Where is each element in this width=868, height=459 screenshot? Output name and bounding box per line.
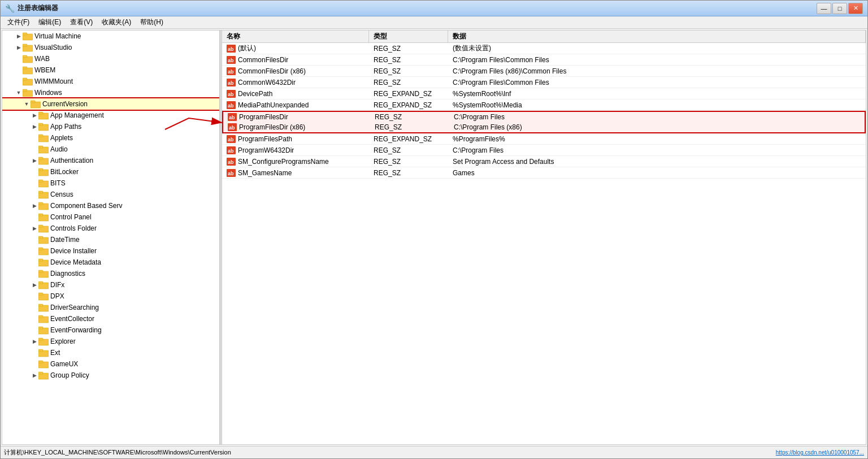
- tree-item-authentication[interactable]: ▶ Authentication: [2, 155, 219, 166]
- table-row-commonfilesdir-x86[interactable]: ab CommonFilesDir (x86)REG_SZC:\Program …: [222, 66, 866, 77]
- expand-arrow-cbs[interactable]: ▶: [31, 203, 38, 209]
- folder-icon-controls-folder: [38, 224, 49, 233]
- folder-icon-wab: [23, 54, 33, 63]
- expand-arrow-virtual-machine[interactable]: ▶: [15, 33, 23, 39]
- menu-edit[interactable]: 编辑(E): [34, 16, 66, 28]
- tree-item-eventforwarding[interactable]: EventForwarding: [2, 324, 219, 336]
- expand-arrow-visualstudio[interactable]: ▶: [15, 45, 23, 50]
- tree-item-cbs[interactable]: ▶ Component Based Serv: [2, 200, 219, 211]
- cell-name-programw6432dir: ab ProgramW6432Dir: [222, 145, 369, 155]
- folder-icon-visualstudio: [23, 43, 33, 52]
- table-row-programfilesdir[interactable]: ab ProgramFilesDirREG_SZC:\Program Files: [222, 111, 866, 122]
- table-row-sm-gamesname[interactable]: ab SM_GamesNameREG_SZGames: [222, 167, 866, 179]
- cell-data-programw6432dir: C:\Program Files: [448, 145, 866, 155]
- tree-item-ext[interactable]: Ext: [2, 347, 219, 358]
- tree-label-app-paths: App Paths: [50, 123, 81, 131]
- cell-name-sm-gamesname: ab SM_GamesName: [222, 167, 369, 178]
- expand-arrow-group-policy[interactable]: ▶: [31, 373, 38, 378]
- minimize-button[interactable]: —: [817, 3, 831, 14]
- close-button[interactable]: ✕: [848, 3, 863, 14]
- tree-label-controls-folder: Controls Folder: [50, 224, 97, 232]
- expand-arrow-controls-folder[interactable]: ▶: [31, 226, 38, 231]
- tree-label-bits: BITS: [50, 179, 66, 187]
- menu-bar: 文件(F) 编辑(E) 查看(V) 收藏夹(A) 帮助(H): [1, 16, 867, 29]
- expand-arrow-explorer[interactable]: ▶: [31, 339, 38, 344]
- tree-item-applets[interactable]: Applets: [2, 132, 219, 144]
- svg-rect-15: [38, 112, 43, 114]
- svg-rect-5: [23, 55, 27, 58]
- tree-item-dpx[interactable]: DPX: [2, 291, 219, 302]
- tree-item-datetime[interactable]: DateTime: [2, 234, 219, 245]
- tree-item-currentversion[interactable]: ▼ CurrentVersion: [2, 98, 219, 110]
- expand-arrow-currentversion[interactable]: ▼: [23, 101, 31, 107]
- table-row-commonfilesdir[interactable]: ab CommonFilesDirREG_SZC:\Program Files\…: [222, 54, 866, 66]
- cell-type-commonfilesdir-x86: REG_SZ: [369, 66, 448, 76]
- tree-item-controls-folder[interactable]: ▶ Controls Folder: [2, 223, 219, 234]
- tree-item-app-paths[interactable]: ▶ App Paths: [2, 121, 219, 132]
- cell-type-programfilesdir: REG_SZ: [370, 112, 449, 122]
- tree-label-diagnostics: Diagnostics: [50, 270, 85, 278]
- menu-help[interactable]: 帮助(H): [136, 16, 168, 28]
- cell-name-programfilespath: ab ProgramFilesPath: [222, 133, 369, 144]
- expand-arrow-windows[interactable]: ▼: [15, 90, 23, 96]
- table-row-programfilespath[interactable]: ab ProgramFilesPathREG_EXPAND_SZ%Program…: [222, 133, 866, 145]
- cell-name-programfilesdir: ab ProgramFilesDir: [223, 112, 370, 122]
- folder-icon-windows: [23, 88, 33, 97]
- expand-arrow-difx[interactable]: ▶: [31, 282, 38, 288]
- table-row-default[interactable]: ab (默认)REG_SZ(数值未设置): [222, 43, 866, 54]
- tree-item-device-installer[interactable]: Device Installer: [2, 245, 219, 257]
- tree-label-census: Census: [50, 190, 73, 198]
- table-row-sm-configureprogramsname[interactable]: ab SM_ConfigureProgramsNameREG_SZSet Pro…: [222, 156, 866, 167]
- tree-item-explorer[interactable]: ▶ Explorer: [2, 336, 219, 347]
- folder-icon-device-metadata: [38, 258, 49, 267]
- tree-item-audio[interactable]: Audio: [2, 144, 219, 155]
- expand-arrow-authentication[interactable]: ▶: [31, 158, 38, 163]
- tree-item-app-management[interactable]: ▶ App Management: [2, 110, 219, 121]
- folder-icon-gameux: [38, 360, 49, 369]
- tree-item-difx[interactable]: ▶ DIFx: [2, 279, 219, 291]
- tree-item-wbem[interactable]: WBEM: [2, 64, 219, 76]
- tree-item-eventcollector[interactable]: EventCollector: [2, 313, 219, 324]
- svg-text:ab: ab: [228, 171, 234, 176]
- expand-arrow-app-paths[interactable]: ▶: [31, 124, 38, 129]
- tree-item-visualstudio[interactable]: ▶ VisualStudio: [2, 42, 219, 53]
- right-panel: 名称 类型 数据 ab (默认)REG_SZ(数值未设置) ab CommonF…: [222, 31, 866, 444]
- table-row-programfilesdir-x86[interactable]: ab ProgramFilesDir (x86)REG_SZC:\Program…: [222, 122, 866, 133]
- tree-item-driversearching[interactable]: DriverSearching: [2, 302, 219, 313]
- tree-item-gameux[interactable]: GameUX: [2, 358, 219, 370]
- tree-item-group-policy[interactable]: ▶ Group Policy: [2, 370, 219, 381]
- table-row-commonw6432dir[interactable]: ab CommonW6432DirREG_SZC:\Program Files\…: [222, 77, 866, 88]
- table-row-devicepath[interactable]: ab DevicePathREG_EXPAND_SZ%SystemRoot%\I…: [222, 88, 866, 99]
- tree-item-bitlocker[interactable]: BitLocker: [2, 166, 219, 177]
- menu-view[interactable]: 查看(V): [66, 16, 97, 28]
- table-row-mediapathunexpanded[interactable]: ab MediaPathUnexpandedREG_EXPAND_SZ%Syst…: [222, 99, 866, 111]
- folder-icon-virtual-machine: [23, 32, 33, 41]
- status-link[interactable]: https://blog.csdn.net/u010001057...: [776, 449, 864, 456]
- tree-label-eventcollector: EventCollector: [50, 315, 94, 323]
- tree-item-windows[interactable]: ▼ Windows: [2, 87, 219, 98]
- tree-item-virtual-machine[interactable]: ▶ Virtual Machine: [2, 31, 219, 42]
- status-path: 计算机\HKEY_LOCAL_MACHINE\SOFTWARE\Microsof…: [4, 448, 776, 457]
- folder-icon-explorer: [38, 337, 49, 346]
- expand-arrow-app-management[interactable]: ▶: [31, 112, 38, 118]
- cell-type-programfilesdir-x86: REG_SZ: [370, 122, 449, 132]
- maximize-button[interactable]: □: [832, 3, 847, 14]
- tree-label-virtual-machine: Virtual Machine: [34, 32, 81, 40]
- tree-item-wimmount[interactable]: WIMMMount: [2, 76, 219, 87]
- tree-item-control-panel[interactable]: Control Panel: [2, 211, 219, 223]
- tree-item-wab[interactable]: WAB: [2, 53, 219, 64]
- tree-item-census[interactable]: Census: [2, 189, 219, 200]
- table-row-programw6432dir[interactable]: ab ProgramW6432DirREG_SZC:\Program Files: [222, 145, 866, 156]
- cell-name-commonw6432dir: ab CommonW6432Dir: [222, 77, 369, 88]
- tree-item-diagnostics[interactable]: Diagnostics: [2, 268, 219, 279]
- cell-data-default: (数值未设置): [448, 43, 866, 54]
- tree-panel[interactable]: ▶ Virtual Machine▶ VisualStudio WAB WBEM…: [2, 31, 220, 444]
- tree-item-bits[interactable]: BITS: [2, 177, 219, 189]
- menu-file[interactable]: 文件(F): [3, 16, 34, 28]
- svg-text:ab: ab: [228, 148, 234, 154]
- folder-icon-ext: [38, 348, 49, 357]
- menu-favorites[interactable]: 收藏夹(A): [97, 16, 136, 28]
- tree-item-device-metadata[interactable]: Device Metadata: [2, 257, 219, 268]
- folder-icon-bitlocker: [38, 167, 49, 176]
- svg-rect-39: [38, 248, 43, 250]
